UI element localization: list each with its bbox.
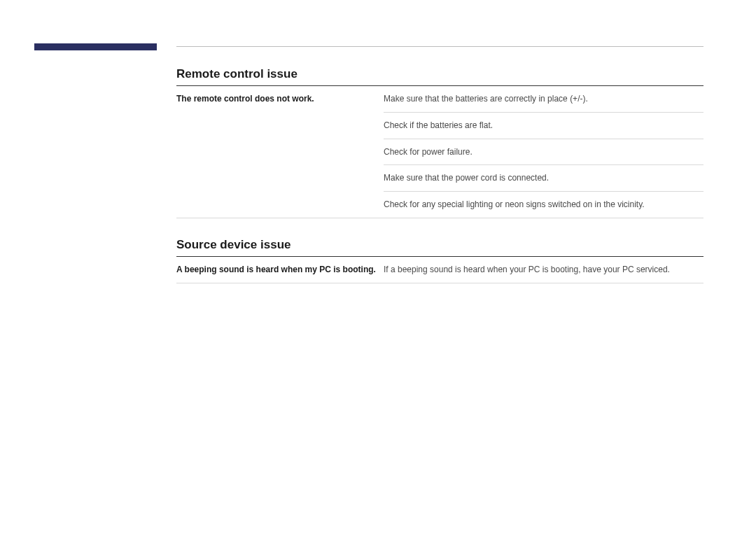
solution-text: Check for any special lighting or neon s…: [384, 191, 704, 218]
solution-text: If a beeping sound is heard when your PC…: [384, 257, 704, 283]
solution-text: Check if the batteries are flat.: [384, 112, 704, 139]
accent-bar: [34, 43, 157, 50]
solution-text: Check for power failure.: [384, 139, 704, 165]
solution-cell: If a beeping sound is heard when your PC…: [384, 257, 704, 283]
problem-label: The remote control does not work.: [176, 86, 384, 218]
section-title-remote-control: Remote control issue: [176, 67, 704, 86]
problem-label: A beeping sound is heard when my PC is b…: [176, 257, 384, 283]
table-row: The remote control does not work. Make s…: [176, 86, 704, 218]
table-row: A beeping sound is heard when my PC is b…: [176, 257, 704, 283]
solution-text: Make sure that the power cord is connect…: [384, 164, 704, 191]
solution-text: Make sure that the batteries are correct…: [384, 86, 704, 112]
top-divider: [176, 46, 704, 47]
page-content: Remote control issue The remote control …: [176, 67, 704, 283]
solution-cell: Make sure that the batteries are correct…: [384, 86, 704, 218]
section-title-source-device: Source device issue: [176, 238, 704, 257]
